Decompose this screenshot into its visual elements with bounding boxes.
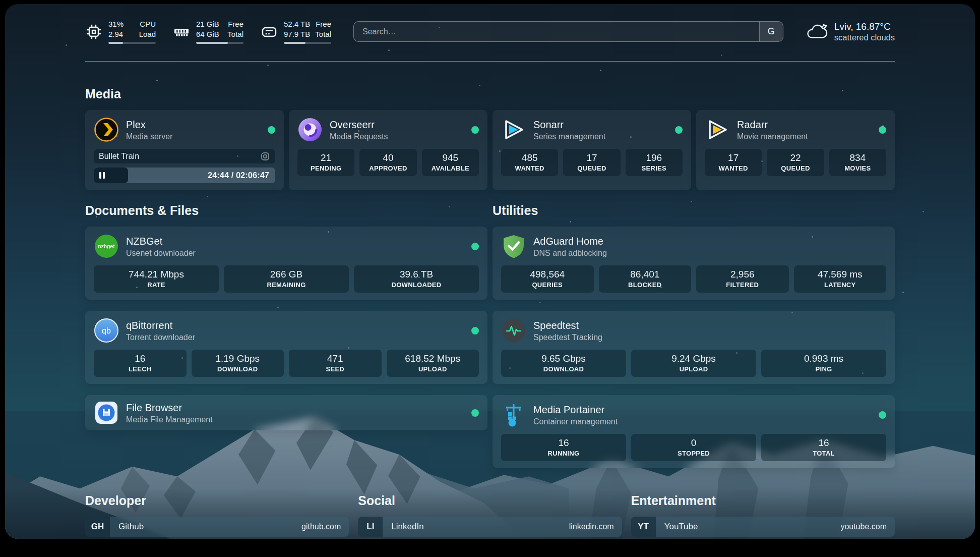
svg-text:qb: qb [102,326,111,335]
service-name: NZBGet [126,235,196,247]
snow-flakes [5,4,7,6]
service-description: Series management [533,132,605,141]
section-title-documents: Documents & Files [85,203,487,218]
stat-leech: 16LEECH [94,350,187,377]
search-bar: G [353,21,783,42]
status-online-dot [471,409,479,417]
bookmark-abbr: GH [85,517,110,537]
bookmark-abbr: LI [358,517,383,537]
portainer-icon [501,402,526,427]
stat-remaining: 266 GBREMAINING [224,265,349,293]
now-playing-title: Bullet Train [99,152,260,161]
qbittorrent-icon: qb [94,318,119,343]
bookmark-github[interactable]: GH Github github.com [85,517,349,537]
stat-rate: 744.21 MbpsRATE [94,265,219,293]
sonarr-icon [501,117,526,142]
bookmark-label: LinkedIn [383,522,423,532]
stat-queued: 17QUEUED [563,149,620,176]
service-description: Speedtest Tracking [533,333,602,342]
top-bar: 31%CPU 2.94Load 21 GiBFree 64 GiBTotal [85,4,895,44]
service-card-sonarr[interactable]: Sonarr Series management 485WANTED 17QUE… [493,110,691,190]
service-name: Speedtest [533,319,602,331]
memory-progress-bar [196,42,243,44]
service-name: File Browser [126,402,213,414]
cpu-icon [85,23,102,40]
stat-seed: 471SEED [289,350,382,377]
disk-label-1: Free [316,19,331,29]
service-description: Media Requests [330,132,388,141]
stat-upload: 618.52 MbpsUPLOAD [387,350,479,377]
service-description: Container management [533,417,618,426]
service-name: Media Portainer [533,404,618,416]
service-name: Radarr [737,119,808,131]
bookmark-linkedin[interactable]: LI LinkedIn linkedin.com [358,517,622,537]
service-card-plex[interactable]: Plex Media server Bullet Train [85,110,284,190]
stat-ping: 0.993 msPING [761,350,886,377]
section-utilities: Utilities AdGuard Home DNS [493,190,895,468]
search-input[interactable] [354,22,759,41]
status-online-dot [675,126,683,134]
cpu-progress-bar [108,42,156,44]
status-online-dot [471,327,479,335]
memory-free-value: 21 GiB [196,19,219,29]
svg-text:nzbget: nzbget [98,243,114,249]
service-description: Usenet downloader [126,249,196,258]
stat-wanted: 17WANTED [705,149,762,176]
topbar-divider [85,61,895,62]
status-online-dot [879,126,886,134]
service-card-overseerr[interactable]: Overseerr Media Requests 21PENDING 40APP… [289,110,487,190]
bookmark-group-developer: Developer GH Github github.com SO StackO… [85,493,349,539]
service-card-portainer[interactable]: Media Portainer Container management 16R… [493,395,895,468]
section-media: Media Plex Media server [85,87,895,190]
service-card-adguard[interactable]: AdGuard Home DNS and adblocking 498,564Q… [493,227,895,300]
disk-icon [261,23,278,40]
stat-series: 196SERIES [626,149,683,176]
stat-approved: 40APPROVED [359,149,416,176]
pause-button[interactable] [94,168,128,183]
stat-wanted: 485WANTED [501,149,558,176]
weather-widget: Lviv, 16.87°C scattered clouds [806,21,895,42]
weather-location-temp: Lviv, 16.87°C [834,21,895,33]
disk-progress-bar [284,42,331,44]
service-name: Plex [126,119,172,131]
stat-running: 16RUNNING [501,434,626,461]
bookmark-url: github.com [301,522,349,531]
stat-downloaded: 39.6 TBDOWNLOADED [354,265,479,293]
search-provider-button[interactable]: G [759,22,783,41]
section-title-media: Media [85,87,895,101]
bookmarks-area: Developer GH Github github.com SO StackO… [85,493,895,539]
section-title-social: Social [358,493,622,508]
stat-available: 945AVAILABLE [422,149,479,176]
service-card-qbittorrent[interactable]: qb qBittorrent Torrent downloader 16LEEC… [85,311,487,384]
service-description: Media server [126,132,172,141]
disk-label-2: Total [315,29,331,39]
cloud-icon [806,22,828,41]
stat-queued: 22QUEUED [767,149,824,176]
cpu-load-value: 2.94 [108,29,123,39]
stat-download: 9.65 GbpsDOWNLOAD [501,350,626,377]
bookmark-group-entertainment: Entertainment YT YouTube youtube.com NF … [631,493,895,539]
playback-progress-row: 24:44 / 02:06:47 [94,168,275,183]
section-title-developer: Developer [85,493,349,508]
memory-widget: 21 GiBFree 64 GiBTotal [173,19,243,44]
service-card-speedtest[interactable]: Speedtest Speedtest Tracking 9.65 GbpsDO… [493,311,895,384]
memory-total-value: 64 GiB [196,29,219,39]
service-card-nzbget[interactable]: nzbget NZBGet Usenet downloader 744.21 M… [85,227,487,300]
filebrowser-icon [94,400,119,425]
service-card-radarr[interactable]: Radarr Movie management 17WANTED 22QUEUE… [696,110,895,190]
pause-icon [99,172,105,179]
cpu-widget: 31%CPU 2.94Load [85,19,156,44]
service-description: Movie management [737,132,808,141]
stat-movies: 834MOVIES [829,149,886,176]
stat-upload: 9.24 GbpsUPLOAD [631,350,756,377]
bookmark-youtube[interactable]: YT YouTube youtube.com [631,517,895,537]
service-description: Media File Management [126,415,213,424]
service-description: DNS and adblocking [533,249,607,258]
service-card-filebrowser[interactable]: File Browser Media File Management [85,395,487,430]
radarr-icon [705,117,730,142]
stat-download: 1.19 GbpsDOWNLOAD [192,350,284,377]
memory-icon [173,23,190,40]
stat-blocked: 86,401BLOCKED [599,265,692,293]
status-online-dot [879,411,886,419]
status-online-dot [471,126,479,134]
